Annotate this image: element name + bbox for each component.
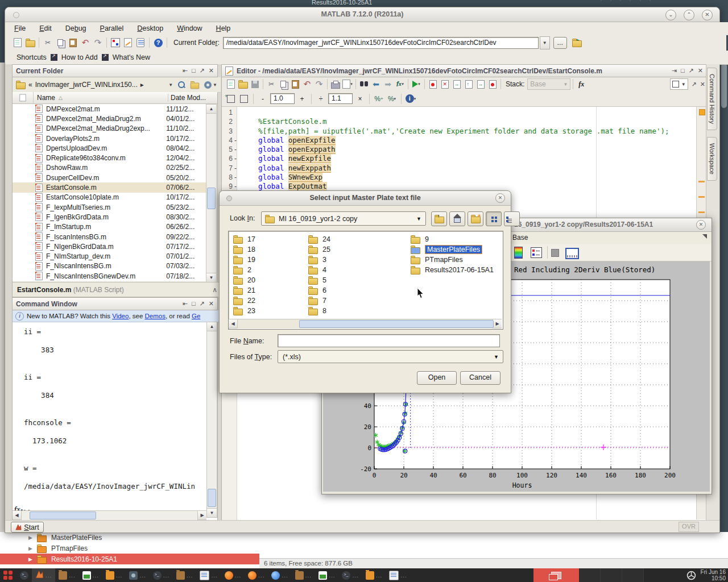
cut-button[interactable]: ✂ <box>42 37 53 48</box>
tree-row[interactable]: ▶MasterPlateFiles <box>0 532 259 543</box>
resize-corner-icon[interactable] <box>702 234 707 239</box>
close-button[interactable]: ✕ <box>702 10 713 20</box>
continue-icon[interactable] <box>487 78 498 90</box>
folder-item[interactable]: 24 <box>308 234 330 244</box>
gear-dropdown-icon[interactable]: ▼ <box>213 82 217 88</box>
file-row[interactable]: F_NIgenBkGrdData.m07/17/2... <box>13 242 206 251</box>
folder-listbox[interactable]: 17181922021222324253456789MasterPlateFil… <box>228 231 503 330</box>
scroll-right-icon[interactable]: ▶ <box>197 511 206 520</box>
taskbar-empty-slot[interactable] <box>601 568 622 582</box>
tree-row[interactable]: ▶Results2016-10-25A1 <box>0 554 259 564</box>
breadcrumb-chevrons[interactable]: « <box>28 81 32 89</box>
step-out-icon[interactable] <box>475 78 486 90</box>
menu-edit[interactable]: Edit <box>39 24 52 32</box>
code-line[interactable] <box>241 108 693 117</box>
undock-icon[interactable]: ↗ <box>200 67 205 74</box>
file-list-scrollbar[interactable]: ▲ ▼ <box>206 104 217 282</box>
undock-icon[interactable]: ↗ <box>200 300 205 307</box>
scroll-thumb[interactable] <box>208 489 216 507</box>
divide-button[interactable]: ÷ <box>315 93 326 105</box>
folder-item[interactable]: 7 <box>308 296 326 305</box>
step-icon[interactable] <box>451 78 462 90</box>
up-folder-button[interactable]: ↰ <box>570 37 582 48</box>
open-button[interactable]: Open <box>417 371 457 385</box>
print-preview-button[interactable]: ▾ <box>342 78 353 90</box>
dock-icon[interactable]: ⇥ <box>672 67 677 74</box>
warning-mark[interactable] <box>698 196 705 198</box>
fx-icon[interactable]: fx <box>576 78 587 90</box>
taskbar-item-folder-brown[interactable]: ... <box>173 568 196 582</box>
command-hscrollbar[interactable]: ◀ ▶ <box>13 510 206 521</box>
menu-file[interactable]: File <box>14 24 26 32</box>
new-file-button[interactable] <box>12 37 23 48</box>
simulink-icon[interactable] <box>110 37 121 48</box>
file-row[interactable]: EstartConsole.m07/06/2... <box>13 182 206 192</box>
close-panel-icon[interactable]: ✕ <box>209 300 214 307</box>
folder-item[interactable]: 8 <box>308 306 326 315</box>
folder-item[interactable]: PTmapFiles <box>411 255 463 264</box>
close-button[interactable]: ✕ <box>495 193 505 203</box>
file-row[interactable]: DsuperCellDev.m05/20/2... <box>13 173 206 182</box>
undock-icon[interactable]: ↗ <box>689 67 694 74</box>
taskbar-item-firefox[interactable]: ... <box>221 568 245 582</box>
figure-menu-item[interactable]: Base <box>512 234 528 242</box>
maximize-button[interactable]: ⌃ <box>684 10 694 20</box>
taskbar-active-window-tile[interactable] <box>533 568 579 582</box>
listbox-hscrollbar[interactable]: ◀ ▶ <box>229 319 502 329</box>
maximize-panel-icon[interactable]: □ <box>192 67 196 74</box>
insert-cell-below-icon[interactable] <box>238 93 250 105</box>
code-line[interactable]: global SWnewExp <box>241 173 693 182</box>
folder-item[interactable]: 19 <box>233 255 255 264</box>
frame-tool-icon[interactable] <box>565 248 579 259</box>
folder-item[interactable]: MasterPlateFiles <box>411 244 482 254</box>
font-size-field[interactable]: 1.0 <box>270 93 295 104</box>
breadcrumb[interactable]: InovImager_jwrCF_WINLinx150... <box>35 81 138 89</box>
scroll-left-icon[interactable]: ◀ <box>229 319 238 329</box>
demos-link[interactable]: Demos <box>145 313 166 319</box>
history-dropdown-icon[interactable]: ▼ <box>168 82 173 88</box>
message-indicator[interactable] <box>699 109 705 115</box>
percent-plus-icon[interactable]: %+ <box>373 93 384 105</box>
taskbar-item-terminal[interactable]: ... <box>338 568 362 582</box>
decrease-font-button[interactable]: - <box>257 93 268 105</box>
file-row[interactable]: DpertsUploadDev.m08/04/2... <box>13 143 206 153</box>
shortcut-how-to-add[interactable]: How to Add <box>61 53 98 61</box>
back-button[interactable]: ⬅ <box>370 78 382 90</box>
shortcut-whats-new[interactable]: What's New <box>113 53 150 61</box>
maximize-panel-icon[interactable]: □ <box>192 300 196 307</box>
scroll-up-icon[interactable]: ▲ <box>206 105 216 114</box>
forward-button[interactable]: ➡ <box>382 78 394 90</box>
dock-icon[interactable]: ⇤ <box>183 67 188 74</box>
redo-button[interactable]: ↷ <box>313 78 325 90</box>
breadcrumb-arrow-icon[interactable]: ▸ <box>140 81 144 89</box>
info-icon[interactable]: i▾ <box>405 93 416 105</box>
new-file-button[interactable] <box>225 78 237 90</box>
new-folder-button[interactable]: ✶ <box>468 211 483 226</box>
taskbar-item-folder-brown[interactable]: ... <box>292 568 315 582</box>
taskbar-item-folder-brown[interactable]: ... <box>55 568 78 582</box>
scroll-thumb[interactable] <box>207 188 216 209</box>
menu-debug[interactable]: Debug <box>65 24 86 32</box>
undock-icon[interactable]: ↗ <box>692 81 697 88</box>
editor-layout-dropdown[interactable]: ▼ <box>670 78 688 90</box>
folder-item[interactable]: 5 <box>308 275 326 285</box>
cancel-button[interactable]: Cancel <box>460 371 500 385</box>
warning-mark[interactable] <box>698 181 705 182</box>
scroll-right-icon[interactable]: ▶ <box>493 319 502 329</box>
maximize-panel-icon[interactable]: □ <box>681 67 685 74</box>
scroll-thumb[interactable] <box>299 320 494 328</box>
increase-font-button[interactable]: + <box>296 93 308 105</box>
taskbar-clock[interactable]: Fri Jun 1610:50 <box>701 569 726 581</box>
expand-arrow-icon[interactable]: ▶ <box>28 535 32 541</box>
grid-view-button[interactable] <box>486 211 502 226</box>
menu-desktop[interactable]: Desktop <box>137 24 163 32</box>
folder-item[interactable]: 18 <box>233 244 255 254</box>
set-breakpoint-icon[interactable] <box>427 78 439 90</box>
folder-item[interactable]: 6 <box>308 285 326 295</box>
step-in-icon[interactable] <box>463 78 474 90</box>
percent-menu-icon[interactable]: %▾ <box>386 93 398 105</box>
open-file-button[interactable] <box>24 37 36 48</box>
warning-mark[interactable] <box>698 211 705 213</box>
scroll-thumb[interactable] <box>30 512 96 519</box>
taskbar-item-calc[interactable]: ... <box>315 568 338 582</box>
